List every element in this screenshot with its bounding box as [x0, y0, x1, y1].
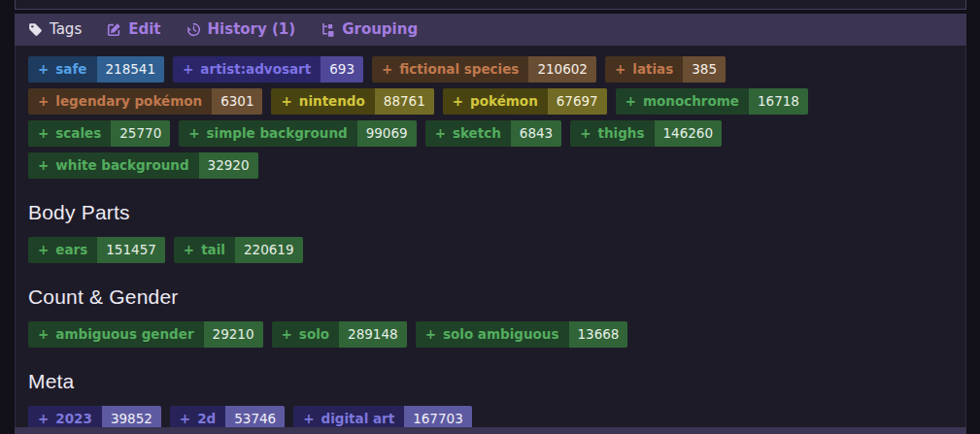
tags-panel: Tags Edit History (1) Grouping + safe 21… — [15, 14, 966, 434]
add-tag-to-search[interactable]: + — [382, 61, 392, 78]
add-tag-to-search[interactable]: + — [38, 411, 49, 427]
nav-item-history-1[interactable]: History (1) — [186, 22, 296, 37]
tag-link-ears[interactable]: + ears — [28, 237, 97, 263]
pencil-square-icon — [107, 22, 121, 37]
nav-item-tags[interactable]: Tags — [28, 22, 82, 37]
tag-chip-safe: + safe 218541 — [28, 56, 164, 83]
add-tag-to-search[interactable]: + — [38, 326, 49, 343]
tag-post-count: 16718 — [749, 88, 808, 115]
add-tag-to-search[interactable]: + — [615, 61, 625, 78]
tag-name[interactable]: latias — [632, 61, 673, 78]
tag-link-legendary-pok-mon[interactable]: + legendary pokémon — [28, 88, 212, 115]
add-tag-to-search[interactable]: + — [183, 61, 193, 78]
tag-name[interactable]: nintendo — [299, 93, 365, 110]
tag-name[interactable]: 2d — [197, 411, 216, 427]
add-tag-to-search[interactable]: + — [281, 93, 291, 110]
tag-post-count: 385 — [683, 56, 726, 83]
tag-name[interactable]: tail — [201, 242, 225, 258]
tag-name[interactable]: thighs — [597, 125, 644, 142]
add-tag-to-search[interactable]: + — [303, 411, 314, 427]
tag-post-count: 210602 — [528, 56, 596, 83]
tag-post-count: 25770 — [111, 120, 170, 147]
nav-label: Grouping — [342, 22, 418, 37]
add-tag-to-search[interactable]: + — [38, 125, 49, 142]
tag-link-white-background[interactable]: + white background — [28, 152, 199, 179]
tag-post-count: 693 — [321, 56, 363, 83]
tag-name[interactable]: fictional species — [399, 61, 519, 78]
nav-item-edit[interactable]: Edit — [107, 22, 160, 37]
add-tag-to-search[interactable]: + — [38, 242, 49, 258]
nav-label: Edit — [128, 22, 160, 37]
tag-name[interactable]: legendary pokémon — [55, 93, 202, 110]
tag-name[interactable]: 2023 — [55, 411, 92, 427]
tag-chip-scales: + scales 25770 — [28, 120, 170, 147]
tag-post-count: 289148 — [339, 321, 407, 348]
tag-link-solo[interactable]: + solo — [272, 321, 340, 348]
add-tag-to-search[interactable]: + — [453, 93, 463, 110]
tag-name[interactable]: artist:advosart — [200, 61, 311, 78]
tag-post-count: 220619 — [235, 237, 303, 263]
add-tag-to-search[interactable]: + — [180, 411, 190, 427]
tag-section-meta: Meta + 2023 39852 + 2d 53746 + digital a… — [28, 370, 953, 432]
tag-chip-sketch: + sketch 6843 — [425, 120, 562, 147]
nav-item-grouping[interactable]: Grouping — [321, 22, 418, 37]
tag-list: + safe 218541 + artist:advosart 693 + fi… — [28, 56, 953, 179]
tag-chip-monochrome: + monochrome 16718 — [616, 88, 808, 115]
section-title: Body Parts — [28, 201, 953, 224]
tag-name[interactable]: solo ambiguous — [443, 326, 559, 343]
tag-name[interactable]: scales — [55, 125, 101, 142]
tag-chip-white-background: + white background 32920 — [28, 152, 258, 179]
tag-name[interactable]: sketch — [453, 125, 501, 142]
tag-name[interactable]: ambiguous gender — [55, 326, 193, 343]
tag-chip-ears: + ears 151457 — [28, 237, 165, 263]
tag-chip-solo: + solo 289148 — [272, 321, 407, 348]
section-title: Count & Gender — [28, 285, 953, 309]
add-tag-to-search[interactable]: + — [38, 93, 49, 110]
add-tag-to-search[interactable]: + — [425, 326, 436, 343]
tag-post-count: 6301 — [212, 88, 262, 115]
tag-link-simple-background[interactable]: + simple background — [179, 120, 356, 147]
grouping-icon — [321, 22, 335, 37]
tag-name[interactable]: safe — [55, 61, 86, 78]
tag-link-nintendo[interactable]: + nintendo — [271, 88, 374, 115]
tag-link-thighs[interactable]: + thighs — [570, 120, 654, 147]
tag-chip-thighs: + thighs 146260 — [570, 120, 722, 147]
tag-link-latias[interactable]: + latias — [605, 56, 683, 83]
tag-name[interactable]: solo — [299, 326, 329, 343]
tag-link-pok-mon[interactable]: + pokémon — [443, 88, 548, 115]
tag-name[interactable]: white background — [55, 157, 188, 174]
tag-list: + ambiguous gender 29210 + solo 289148 +… — [28, 321, 953, 348]
tag-link-tail[interactable]: + tail — [174, 237, 235, 263]
tag-link-fictional-species[interactable]: + fictional species — [372, 56, 528, 83]
add-tag-to-search[interactable]: + — [188, 125, 199, 142]
tag-link-monochrome[interactable]: + monochrome — [616, 88, 749, 115]
add-tag-to-search[interactable]: + — [580, 125, 591, 142]
tags-panel-body: + safe 218541 + artist:advosart 693 + fi… — [15, 46, 966, 434]
add-tag-to-search[interactable]: + — [435, 125, 446, 142]
tag-post-count: 88761 — [375, 88, 434, 115]
tag-post-count: 67697 — [548, 88, 607, 115]
tag-name[interactable]: simple background — [207, 125, 348, 142]
tag-post-count: 151457 — [97, 237, 165, 263]
tag-link-sketch[interactable]: + sketch — [425, 120, 511, 147]
tag-link-ambiguous-gender[interactable]: + ambiguous gender — [28, 321, 204, 348]
add-tag-to-search[interactable]: + — [625, 93, 636, 110]
tag-chip-legendary-pok-mon: + legendary pokémon 6301 — [28, 88, 262, 115]
tag-link-artist-advosart[interactable]: + artist:advosart — [173, 56, 321, 83]
tag-name[interactable]: monochrome — [643, 93, 739, 110]
add-tag-to-search[interactable]: + — [184, 242, 194, 258]
nav-label: History (1) — [208, 22, 296, 37]
add-tag-to-search[interactable]: + — [282, 326, 292, 343]
tags-panel-header: Tags Edit History (1) Grouping — [15, 14, 966, 46]
tag-name[interactable]: ears — [55, 242, 87, 258]
add-tag-to-search[interactable]: + — [38, 61, 49, 78]
tag-name[interactable]: pokémon — [470, 93, 538, 110]
tag-name[interactable]: digital art — [321, 411, 394, 427]
tag-post-count: 13668 — [569, 321, 628, 348]
tag-post-count: 218541 — [97, 56, 165, 83]
tag-link-solo-ambiguous[interactable]: + solo ambiguous — [416, 321, 569, 348]
tag-post-count: 99069 — [357, 120, 417, 147]
tag-link-safe[interactable]: + safe — [28, 56, 97, 83]
tag-link-scales[interactable]: + scales — [28, 120, 111, 147]
add-tag-to-search[interactable]: + — [38, 157, 49, 174]
